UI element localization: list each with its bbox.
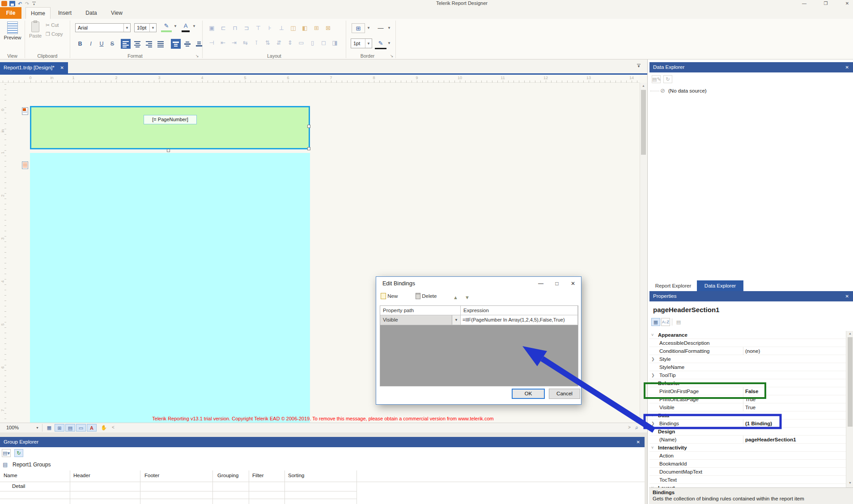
size-to-frame-icon[interactable]: ▣	[207, 23, 217, 33]
collapse-chevron-icon[interactable]: ˅	[651, 484, 658, 487]
zoom-magnifier-icon[interactable]: ⌕	[635, 424, 638, 431]
alphabetical-sort-icon[interactable]: A↓Z	[661, 318, 670, 326]
expression-cell[interactable]: =IIF(PageNumber In Array(1,2,4,5),False,…	[461, 315, 578, 325]
property-path-cell[interactable]: Visible ▼	[380, 315, 461, 325]
property-category-row[interactable]: ˅Appearance	[649, 331, 846, 339]
group-column-header[interactable]: Footer	[144, 473, 159, 478]
same-width-icon[interactable]: ⊣	[207, 38, 217, 48]
align-right-button[interactable]	[144, 39, 154, 49]
column-header-expression[interactable]: Expression	[461, 306, 578, 315]
save-icon[interactable]	[9, 1, 15, 6]
property-row[interactable]: PrintOnLastPageTrue	[649, 395, 846, 403]
property-category-row[interactable]: ˅Interactivity	[649, 444, 846, 452]
property-row[interactable]: ❯ToolTip	[649, 371, 846, 379]
refresh-datasource-icon[interactable]: ↻	[663, 75, 672, 83]
minimize-button[interactable]: —	[797, 0, 811, 7]
property-row[interactable]: DocumentMapText	[649, 468, 846, 476]
copy-button[interactable]: ❐ Copy	[46, 31, 63, 37]
close-icon[interactable]: ✕	[845, 62, 849, 72]
dialog-minimize-icon[interactable]: —	[533, 277, 549, 290]
property-row[interactable]: AccessibleDescription	[649, 339, 846, 347]
chevron-down-icon[interactable]: ▼	[149, 24, 156, 32]
remove-v-space-icon[interactable]: ⇕	[285, 38, 295, 48]
design-vertical-scrollbar[interactable]: ▲	[640, 83, 647, 423]
expand-icon[interactable]: ❯	[651, 419, 658, 428]
zoom-dropdown-icon[interactable]: ▼	[36, 426, 39, 429]
collapse-chevron-icon[interactable]: ˅	[651, 444, 658, 452]
tab-close-icon[interactable]: ✕	[60, 62, 64, 73]
cut-button[interactable]: ✂ Cut	[46, 22, 59, 28]
redo-icon[interactable]: ↷	[24, 1, 30, 6]
property-row[interactable]: VisibleTrue	[649, 403, 846, 411]
highlight-dropdown-icon[interactable]: ▼	[174, 24, 177, 28]
underline-button[interactable]: U	[97, 39, 106, 49]
dock-side-icon[interactable]: ◧	[300, 23, 310, 33]
group-column-header[interactable]: Grouping	[217, 473, 238, 478]
undo-icon[interactable]: ↶	[17, 1, 23, 6]
align-tops-icon[interactable]: ⊤	[253, 23, 263, 33]
group-list-dropdown-button[interactable]: ▤▾	[2, 449, 11, 457]
highlight-color-button[interactable]: ✎	[161, 22, 172, 32]
move-up-icon[interactable]: ▲	[453, 295, 458, 300]
send-back-icon[interactable]: ◨	[330, 38, 340, 48]
document-tab[interactable]: Report1.trdp [Design]* ✕	[0, 62, 68, 73]
move-down-icon[interactable]: ▼	[465, 295, 470, 300]
group-column-header[interactable]: Name	[4, 473, 17, 478]
property-row[interactable]: ConditionalFormatting(none)	[649, 347, 846, 355]
page-number-textbox[interactable]: [= PageNumber]	[144, 115, 197, 124]
align-centers-icon[interactable]: ⊓	[230, 23, 240, 33]
border-line-button[interactable]: —	[375, 23, 386, 33]
snap-to-grid-button[interactable]: ⊞	[55, 424, 64, 432]
detail-section[interactable]	[30, 153, 310, 424]
refresh-icon[interactable]: ↻	[14, 449, 23, 457]
property-pages-icon[interactable]: ▤	[674, 318, 683, 326]
property-category-row[interactable]: ˅Design	[649, 428, 846, 436]
property-row[interactable]: (Name)pageHeaderSection1	[649, 436, 846, 444]
group-column-header[interactable]: Filter	[252, 473, 264, 478]
format-dialog-launcher-icon[interactable]: ↘	[195, 54, 200, 59]
font-size-combo[interactable]: 10pt▼	[134, 23, 157, 32]
paste-button[interactable]: Paste	[27, 21, 44, 38]
font-color-dropdown-icon[interactable]: ▼	[192, 24, 196, 28]
border-color-pen-button[interactable]: ✎	[375, 38, 386, 49]
close-button[interactable]: ✕	[840, 0, 853, 7]
increase-h-space-icon[interactable]: ⇤	[218, 38, 228, 48]
bring-front-icon[interactable]: ◻	[318, 38, 329, 48]
file-tab[interactable]: File	[0, 7, 21, 19]
valign-bottom-button[interactable]	[194, 39, 204, 49]
font-color-button[interactable]: A	[182, 22, 190, 32]
same-size-icon[interactable]: ▭	[296, 38, 306, 48]
group-row-name[interactable]: Detail	[12, 483, 25, 489]
remove-h-space-icon[interactable]: ⇆	[240, 38, 250, 48]
dialog-title-bar[interactable]: Edit Bindings — □ ✕	[376, 277, 581, 290]
property-row[interactable]: ❯Bindings(1 Binding)	[649, 419, 846, 428]
edit-datasource-icon[interactable]: ▤✎	[652, 75, 661, 83]
increase-v-space-icon[interactable]: ⇅	[263, 38, 273, 48]
categorized-view-icon[interactable]: ▦	[651, 318, 660, 326]
dock-bottom-icon[interactable]: ◫	[288, 23, 298, 33]
bold-button[interactable]: B	[75, 39, 85, 49]
tab-data[interactable]: Data	[81, 7, 102, 19]
preview-button[interactable]: Preview	[3, 21, 22, 40]
valign-top-button[interactable]	[171, 39, 181, 49]
align-center-button[interactable]	[132, 39, 142, 49]
show-grid-button[interactable]: ▦	[44, 424, 54, 432]
italic-button[interactable]: I	[86, 39, 96, 49]
property-row[interactable]: Action	[649, 452, 846, 460]
size-to-grid-icon[interactable]: ▯	[307, 38, 318, 48]
page-layout-button[interactable]: ▤	[65, 424, 75, 432]
scrollbar-thumb[interactable]	[848, 337, 853, 427]
collapse-chevron-icon[interactable]: ˅	[651, 411, 658, 419]
ok-button[interactable]: OK	[512, 389, 545, 399]
align-bottoms-icon[interactable]: ⊥	[276, 23, 287, 33]
expand-icon[interactable]: ❯	[651, 371, 658, 379]
align-rights-icon[interactable]: ⊐	[242, 23, 252, 33]
no-datasource-label[interactable]: (No data source)	[668, 88, 707, 93]
property-category-row[interactable]: ˅Layout	[649, 484, 846, 487]
align-middles-icon[interactable]: ⊦	[265, 23, 275, 33]
column-header-property-path[interactable]: Property path	[380, 306, 461, 315]
scroll-up-icon[interactable]: ▲	[642, 84, 645, 87]
group-column-header[interactable]: Header	[73, 473, 90, 478]
valign-middle-button[interactable]	[182, 39, 192, 49]
group-column-header[interactable]: Sorting	[288, 473, 304, 478]
